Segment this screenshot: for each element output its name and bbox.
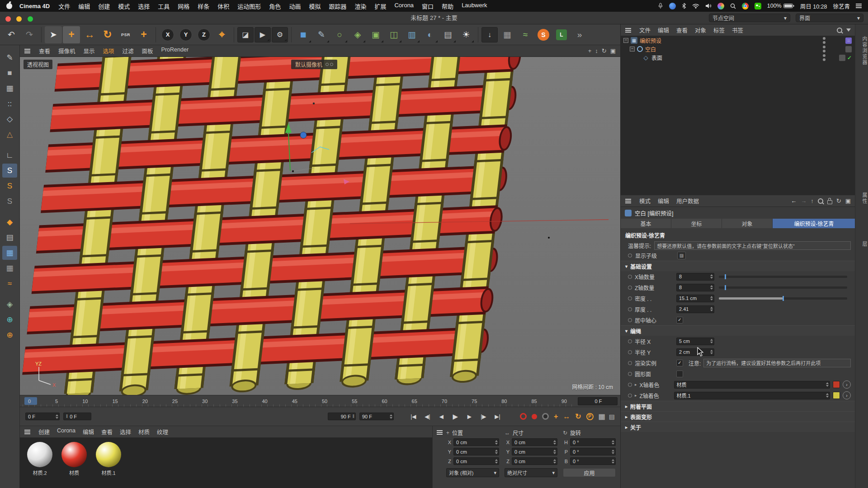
material-menu-item[interactable]: 材质 — [135, 427, 153, 436]
tab-other[interactable]: 基本 — [621, 219, 671, 228]
param-field[interactable]: 2.41 — [676, 305, 714, 313]
ruler-tick[interactable]: 90 — [561, 399, 567, 404]
stepper-icon[interactable] — [553, 450, 556, 454]
battery-status[interactable]: 100% — [767, 3, 794, 9]
stepper-icon[interactable] — [56, 414, 58, 419]
search-icon[interactable] — [818, 198, 823, 204]
xpresso-tag-icon[interactable]: :: — [845, 38, 852, 44]
object-manager-menu-item[interactable]: 编辑 — [654, 26, 673, 34]
timeline-ruler[interactable]: 051015202530354045505560657075808590 0 F — [20, 395, 620, 407]
material-menu-item[interactable]: 创建 — [35, 427, 53, 436]
zoom-window-button[interactable] — [28, 16, 33, 22]
tree-row[interactable]: −空白 — [621, 45, 855, 53]
viewport-menu-item[interactable]: 查看 — [35, 47, 54, 55]
quantize-icon[interactable]: ◈ — [2, 297, 17, 311]
autokey-button[interactable] — [542, 413, 549, 420]
anim-dot-icon[interactable] — [628, 394, 632, 398]
record-pla-toggle[interactable]: ▦ — [599, 412, 605, 421]
param-field[interactable]: 材质 — [674, 381, 830, 389]
visibility-dots[interactable] — [823, 54, 826, 61]
spline-pen-icon[interactable]: ✎ — [313, 26, 330, 43]
visibility-dots[interactable] — [823, 46, 826, 52]
ruler-tick[interactable]: 80 — [501, 399, 507, 404]
ruler-ticks[interactable]: 051015202530354045505560657075808590 — [23, 395, 574, 407]
floor-icon[interactable]: ▤ — [439, 26, 457, 43]
keyframe-dot-button[interactable] — [532, 414, 537, 419]
stepper-icon[interactable] — [710, 350, 713, 354]
ruler-tick[interactable]: 65 — [412, 399, 417, 404]
menubar-item[interactable]: 工具 — [154, 2, 174, 10]
menubar-item[interactable]: Corona — [390, 2, 418, 10]
menubar-item[interactable]: 角色 — [265, 2, 285, 10]
material-item[interactable]: 材质.2 — [25, 442, 54, 476]
param-slider[interactable] — [719, 297, 847, 300]
stepper-icon[interactable] — [710, 339, 713, 343]
viewport-menu-item[interactable]: 面板 — [138, 47, 157, 55]
history-forward-icon[interactable]: → — [801, 197, 807, 204]
ruler-tick[interactable]: 50 — [322, 399, 327, 404]
ruler-tick[interactable]: 0 — [28, 399, 31, 404]
viewport-menu-item[interactable]: 显示 — [80, 47, 99, 55]
prev-key-button[interactable]: ◀| — [421, 411, 434, 422]
solo-single-icon[interactable]: S — [2, 179, 17, 193]
polygon-mode-icon[interactable]: △ — [2, 127, 17, 141]
maximize-view-icon[interactable]: ▣ — [610, 47, 616, 54]
ruler-tick[interactable]: 85 — [531, 399, 537, 404]
timeline-options-icon[interactable]: ▤ — [609, 413, 615, 420]
param-field[interactable]: 2 cm — [676, 348, 714, 356]
coord-rot-p-field[interactable]: 0 ° — [570, 448, 616, 455]
texture-mode-icon[interactable]: ▦ — [2, 81, 17, 95]
ruler-tick[interactable]: 75 — [472, 399, 477, 404]
rotate-tool-icon[interactable]: ↻ — [99, 26, 116, 43]
volume-icon[interactable] — [705, 3, 712, 9]
stepper-icon[interactable] — [612, 459, 614, 464]
uv-globe-icon[interactable]: ⊕ — [2, 313, 17, 327]
add-tool-icon[interactable]: + — [135, 26, 152, 43]
toolbar-overflow-icon[interactable]: » — [571, 26, 588, 43]
stepper-icon[interactable] — [390, 414, 392, 419]
bluetooth-icon[interactable] — [682, 3, 686, 9]
camera-label[interactable]: 默认摄像机 — [291, 60, 337, 69]
object-tag-icon[interactable] — [845, 46, 852, 52]
stepper-icon[interactable] — [710, 274, 713, 279]
coord-pos-y-field[interactable]: 0 cm — [453, 448, 499, 455]
material-item[interactable]: 材质 — [60, 442, 89, 476]
tab-preset[interactable]: 编织预设-徐艺青 — [773, 219, 855, 228]
corona-icon[interactable]: S — [535, 26, 552, 43]
section-header[interactable]: ▾编绳 — [621, 325, 855, 336]
spline-primitive-icon[interactable]: ○ — [331, 26, 348, 43]
menubar-item[interactable]: 模拟 — [305, 2, 325, 10]
wifi-icon[interactable] — [692, 3, 699, 9]
attribute-menu-item[interactable]: 用户数据 — [673, 197, 703, 205]
live-selection-icon[interactable]: ➤ — [45, 26, 62, 43]
minimize-window-button[interactable] — [16, 16, 22, 22]
object-manager-menu-icon[interactable] — [625, 30, 631, 31]
attribute-menu-item[interactable]: 模式 — [636, 197, 654, 205]
current-frame-field[interactable]: 0 F — [25, 413, 60, 420]
param-field[interactable]: 15.1 cm — [676, 295, 714, 302]
stepper-icon[interactable] — [495, 459, 498, 464]
material-link-button[interactable]: › — [843, 391, 851, 399]
notification-list-icon[interactable] — [856, 5, 862, 6]
stepper-icon[interactable] — [710, 285, 713, 290]
anim-dot-icon[interactable] — [628, 318, 632, 322]
bake-icon[interactable]: ▦ — [499, 26, 516, 43]
anim-dot-icon[interactable] — [628, 253, 632, 258]
coord-pos-x-field[interactable]: 0 cm — [453, 438, 499, 446]
collapse-icon[interactable]: − — [630, 47, 635, 52]
coord-rot-h-field[interactable]: 0 ° — [570, 438, 616, 446]
lock-x-axis-icon[interactable]: X — [159, 26, 176, 43]
rotate-view-icon[interactable]: ↻ — [602, 47, 607, 54]
tab-other[interactable]: 对象 — [722, 219, 772, 228]
material-sphere[interactable] — [61, 442, 87, 467]
object-manager-menu-item[interactable]: 标签 — [710, 26, 728, 34]
material-menu-icon[interactable] — [24, 432, 30, 432]
viewport-menu-item[interactable]: ProRender — [157, 47, 193, 55]
object-manager-menu-item[interactable]: 文件 — [636, 26, 654, 34]
history-back-icon[interactable]: ← — [791, 197, 797, 204]
record-keyframe-button[interactable] — [520, 413, 527, 420]
coord-size-y-field[interactable]: 0 cm — [512, 448, 557, 455]
ruler-tick[interactable]: 20 — [142, 399, 148, 404]
anim-dot-icon[interactable] — [628, 361, 632, 365]
menubar-item[interactable]: 编辑 — [74, 2, 94, 10]
